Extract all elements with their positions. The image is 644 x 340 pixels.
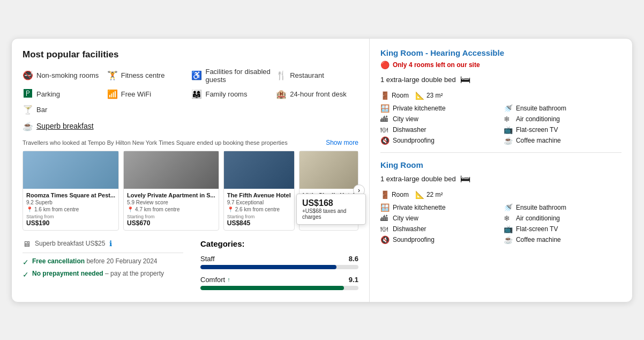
card-info-2: The Fifth Avenue Hotel 9.7 Exceptional 📍…	[224, 189, 294, 230]
bed-icon-0: 🛏	[460, 73, 471, 86]
fitness-icon: 🏋	[107, 70, 118, 80]
dishwasher-label-0: Dishwasher	[393, 126, 426, 134]
room-sqm-item-0: 📐 23 m²	[415, 91, 443, 100]
section-title: Most popular facilities	[23, 49, 358, 60]
room-link-1[interactable]: King Room	[380, 160, 621, 169]
price-tooltip: US$168 +US$68 taxes and charges	[296, 194, 366, 225]
family-label: Family rooms	[205, 90, 247, 98]
room-divider	[380, 152, 621, 153]
tooltip-tax-note: +US$68 taxes and charges	[302, 208, 360, 220]
amenity-coffee-0: ☕ Coffee machine	[504, 136, 621, 145]
amenity-dishwasher-1: 🍽 Dishwasher	[380, 225, 498, 233]
categories-title: Categories:	[200, 239, 358, 248]
amenity-soundproof-0: 🔇 Soundproofing	[380, 136, 498, 145]
sqm-icon-0: 📐	[415, 91, 424, 100]
family-icon: 👨‍👩‍👧	[191, 89, 202, 99]
cityview-icon-1: 🏙	[380, 214, 390, 223]
kitchen-icon-0: 🪟	[380, 104, 390, 113]
room-label-0: Room	[392, 92, 409, 99]
ac-label-0: Air conditioning	[516, 115, 560, 123]
property-card-2[interactable]: The Fifth Avenue Hotel 9.7 Exceptional 📍…	[223, 151, 295, 231]
coffee-icon-0: ☕	[504, 136, 513, 145]
alert-row-0: 🔴 Only 4 rooms left on our site	[380, 61, 621, 69]
breakfast-policy-text: Superb breakfast US$25	[35, 240, 105, 247]
parking-icon: 🅿	[23, 89, 33, 99]
bottom-section: 🖥 Superb breakfast US$25 ℹ ✓ Free cancel…	[23, 239, 358, 297]
category-staff-header: Staff 8.6	[200, 255, 358, 263]
room-size-item-1: 🚪 Room	[380, 190, 409, 199]
property-card-1[interactable]: Lovely Private Apartment in S... 5.9 Rev…	[123, 151, 219, 231]
soundproof-label-0: Soundproofing	[393, 137, 435, 144]
show-more-link[interactable]: Show more	[326, 139, 358, 146]
amenity-tv-0: 📺 Flat-screen TV	[504, 125, 621, 134]
card-dist-1: 📍 4.7 km from centre	[127, 206, 215, 212]
tv-icon-0: 📺	[504, 125, 513, 134]
card-name-0: Roomza Times Square at Pest...	[26, 192, 115, 198]
help-icon[interactable]: ℹ	[109, 239, 112, 248]
room-label-1: Room	[392, 191, 409, 198]
coffee-label-1: Coffee machine	[516, 236, 561, 243]
facility-bar: 🍸 Bar	[23, 105, 47, 115]
pin-icon-0: 📍	[26, 206, 33, 212]
card-image-3	[299, 151, 358, 189]
comfort-progress-fill	[200, 286, 344, 290]
frontdesk-label: 24-hour front desk	[290, 90, 347, 98]
category-staff-name: Staff	[200, 255, 215, 263]
free-cancellation-text: Free cancellation before 20 February 202…	[32, 257, 157, 265]
main-container: Most popular facilities 🚭 Non-smoking ro…	[11, 38, 633, 302]
category-comfort-header: Comfort ↑ 9.1	[200, 276, 358, 284]
amenity-grid-1: 🪟 Private kitchenette 🚿 Ensuite bathroom…	[380, 203, 621, 244]
property-card-0[interactable]: Roomza Times Square at Pest... 9.2 Super…	[23, 151, 119, 231]
category-staff: Staff 8.6	[200, 255, 358, 269]
facility-wifi: 📶 Free WiFi	[107, 89, 190, 99]
amenity-cityview-0: 🏙 City view	[380, 115, 498, 123]
bed-row-0: 1 extra-large double bed 🛏	[380, 73, 621, 86]
amenity-ac-0: ❄ Air conditioning	[504, 115, 621, 123]
amenity-tv-1: 📺 Flat-screen TV	[504, 225, 621, 233]
non-smoking-icon: 🚭	[23, 70, 33, 80]
check-icon-2: ✓	[23, 270, 29, 279]
card-starting-1: Starting from	[127, 214, 215, 219]
ensuite-icon-0: 🚿	[504, 104, 513, 113]
card-price-1: US$670	[127, 219, 215, 227]
comfort-up-arrow: ↑	[227, 276, 230, 283]
ac-icon-0: ❄	[504, 115, 513, 123]
card-price-2: US$845	[227, 219, 291, 227]
disabled-icon: ♿	[191, 70, 202, 80]
bar-icon: 🍸	[23, 105, 33, 115]
facilities-grid: 🚭 Non-smoking rooms 🏋 Fitness centre ♿ F…	[23, 68, 358, 99]
soundproof-icon-0: 🔇	[380, 136, 390, 145]
restaurant-icon: 🍴	[276, 70, 287, 80]
breakfast-policy-row: 🖥 Superb breakfast US$25 ℹ	[23, 239, 183, 253]
facility-parking: 🅿 Parking	[23, 89, 105, 99]
amenity-dishwasher-0: 🍽 Dishwasher	[380, 125, 498, 134]
category-staff-score: 8.6	[349, 255, 358, 263]
dishwasher-label-1: Dishwasher	[393, 225, 426, 233]
card-name-1: Lovely Private Apartment in S...	[127, 192, 215, 198]
breakfast-cup-icon: ☕	[23, 121, 33, 131]
no-prepayment-text: No prepayment needed – pay at the proper…	[32, 270, 164, 277]
amenity-kitchen-1: 🪟 Private kitchenette	[380, 203, 498, 212]
bed-text-1: 1 extra-large double bed	[380, 175, 456, 183]
wifi-icon: 📶	[107, 89, 118, 99]
staff-progress-fill	[200, 265, 336, 269]
facility-non-smoking: 🚭 Non-smoking rooms	[23, 68, 105, 84]
facility-restaurant: 🍴 Restaurant	[276, 68, 358, 84]
bed-icon-1: 🛏	[460, 173, 471, 185]
dishwasher-icon-0: 🍽	[380, 125, 390, 134]
card-info-1: Lovely Private Apartment in S... 5.9 Rev…	[124, 189, 219, 230]
parking-label: Parking	[36, 90, 60, 98]
non-smoking-label: Non-smoking rooms	[36, 71, 99, 79]
category-comfort-score: 9.1	[349, 276, 358, 284]
superb-breakfast-row: ☕ Superb breakfast	[23, 121, 358, 131]
staff-progress-bg	[200, 265, 358, 269]
property-card-3[interactable]: Little Charlie Hotel 8 Very good 📍 2 km …	[299, 151, 358, 231]
amenity-grid-0: 🪟 Private kitchenette 🚿 Ensuite bathroom…	[380, 104, 621, 145]
superb-breakfast-link[interactable]: Superb breakfast	[36, 122, 94, 130]
bed-text-0: 1 extra-large double bed	[380, 76, 456, 84]
free-cancel-suffix: before 20 February 2024	[86, 257, 157, 265]
card-name-2: The Fifth Avenue Hotel	[227, 192, 291, 198]
travellers-text: Travellers who looked at Tempo By Hilton…	[23, 139, 288, 146]
disabled-label: Facilities for disabled guests	[205, 68, 274, 84]
room-link-0[interactable]: King Room - Hearing Accessible	[380, 48, 621, 57]
